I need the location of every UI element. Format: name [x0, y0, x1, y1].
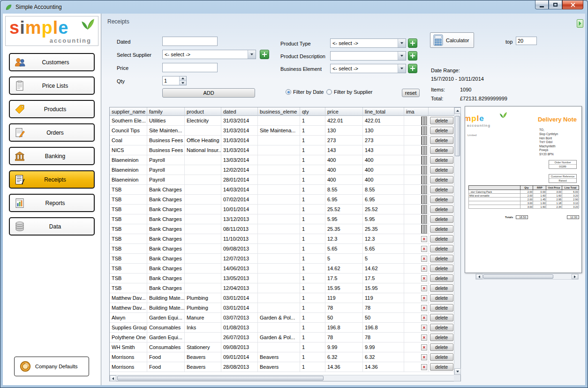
delete-button[interactable]: delete [430, 284, 453, 292]
table-row[interactable]: Matthew Dav...Building Mate...Plumbing03… [110, 293, 454, 303]
delete-button[interactable]: delete [430, 196, 453, 203]
qty-input[interactable] [163, 76, 179, 85]
sidebar-item-price-lists[interactable]: Price Lists [9, 76, 95, 95]
column-header-product[interactable]: product [185, 107, 221, 116]
table-row[interactable]: TSBBank Charges14/03/201418.558.55delete [110, 185, 454, 195]
minimize-button[interactable] [535, 0, 549, 9]
missing-image-icon[interactable]: × [421, 236, 427, 242]
table-horizontal-scrollbar[interactable] [110, 375, 460, 381]
table-row[interactable]: TSBBank Charges10/01/2014125.5225.52dele… [110, 205, 454, 214]
table-row[interactable]: Southern Ele...UtilitiesElectricity31/03… [110, 116, 454, 126]
delete-button[interactable]: delete [430, 186, 453, 193]
table-row[interactable]: TSBBank Charges14/06/2013114.6214.62×del… [110, 264, 454, 274]
receipt-thumbnail-icon[interactable] [421, 215, 427, 224]
sidebar-item-banking[interactable]: Banking [9, 147, 95, 165]
missing-image-icon[interactable]: × [421, 295, 427, 301]
table-row[interactable]: AlwynGarden Equi...Manure03/07/2013Garde… [110, 313, 454, 323]
dated-input[interactable] [162, 37, 218, 46]
table-row[interactable]: MorrisonsFoodBeavers28/08/2013Beavers114… [110, 362, 454, 372]
preview-scroll-thumb[interactable] [483, 274, 553, 279]
table-row[interactable]: BlaeneinionPayroll13/03/20141400400delet… [110, 155, 454, 165]
sidebar-item-data[interactable]: Data [9, 217, 95, 236]
missing-image-icon[interactable]: × [421, 335, 427, 341]
delete-button[interactable]: delete [430, 274, 453, 282]
missing-image-icon[interactable]: × [421, 246, 427, 252]
delete-button[interactable]: delete [430, 225, 453, 233]
delete-button[interactable]: delete [430, 255, 453, 262]
missing-image-icon[interactable]: × [421, 364, 427, 370]
table-row[interactable]: TSBBank Charges12/07/2013155×delete [110, 254, 454, 264]
receipt-thumbnail-icon[interactable] [421, 156, 427, 165]
sidebar-item-customers[interactable]: Customers [9, 53, 95, 71]
table-vertical-scrollbar[interactable] [454, 107, 460, 375]
table-row[interactable]: TSBBank Charges07/02/201416.956.95delete [110, 195, 454, 205]
table-row[interactable]: TSBBank Charges08/11/2013125.3525.35dele… [110, 224, 454, 234]
receipt-thumbnail-icon[interactable] [421, 146, 427, 155]
missing-image-icon[interactable]: × [421, 325, 427, 331]
scroll-left-button[interactable] [110, 375, 116, 381]
column-header-price[interactable]: price [325, 107, 363, 116]
delete-button[interactable]: delete [430, 205, 453, 213]
add-product-description-button[interactable] [408, 51, 417, 61]
delete-button[interactable]: delete [430, 353, 453, 361]
receipt-thumbnail-icon[interactable] [421, 126, 427, 135]
table-row[interactable]: TSBBank Charges13/12/201315.955.95delete [110, 214, 454, 224]
delete-button[interactable]: delete [430, 324, 453, 331]
table-row[interactable]: Polythene OneGarden Equi...26/07/2013Gar… [110, 333, 454, 342]
delete-button[interactable]: delete [430, 343, 453, 351]
table-row[interactable]: MorrisonsFoodBeavers09/01/2014Beavers16.… [110, 352, 454, 362]
sidebar-item-orders[interactable]: Orders [9, 123, 95, 142]
supplier-select[interactable]: <- select -> [162, 50, 256, 59]
vertical-scroll-thumb[interactable] [455, 116, 460, 156]
receipt-thumbnail-icon[interactable] [421, 195, 427, 204]
column-header-business_eleme[interactable]: business_eleme [258, 107, 300, 116]
horizontal-scroll-thumb[interactable] [117, 376, 324, 380]
receipt-thumbnail-icon[interactable] [421, 175, 427, 184]
delete-button[interactable]: delete [430, 176, 453, 183]
missing-image-icon[interactable]: × [421, 266, 427, 272]
delete-button[interactable]: delete [430, 314, 453, 321]
table-row[interactable]: TSBBank Charges12/04/2013115.9515.95×del… [110, 283, 454, 293]
qty-stepper[interactable] [162, 76, 187, 85]
table-row[interactable]: WH SmithConsumablesStationery09/08/20131… [110, 342, 454, 352]
receipt-thumbnail-icon[interactable] [421, 136, 427, 145]
missing-image-icon[interactable]: × [421, 354, 427, 360]
qty-increment-button[interactable] [180, 76, 186, 81]
missing-image-icon[interactable]: × [421, 256, 427, 262]
add-button[interactable]: ADD [162, 88, 255, 98]
company-defaults-button[interactable]: Company Defaults [14, 357, 89, 376]
scroll-left-button[interactable] [476, 274, 482, 279]
missing-image-icon[interactable]: × [421, 344, 427, 350]
calculator-button[interactable]: Calculator [430, 32, 474, 48]
column-header-supplier_name[interactable]: supplier_name [110, 107, 147, 116]
sidebar-item-receipts[interactable]: Receipts [9, 170, 95, 189]
add-business-element-button[interactable] [408, 64, 417, 73]
missing-image-icon[interactable]: × [421, 305, 427, 311]
table-row[interactable]: Supplies GroupConsumablesInks01/08/20131… [110, 323, 454, 333]
table-row[interactable]: Council TipsSite Mainten...31/03/2014Sit… [110, 126, 454, 136]
delete-button[interactable]: delete [430, 363, 453, 371]
sidebar-item-products[interactable]: Products [9, 100, 95, 118]
delete-button[interactable]: delete [430, 215, 453, 223]
delete-button[interactable]: delete [430, 156, 453, 164]
missing-image-icon[interactable]: × [421, 275, 427, 281]
scroll-right-button[interactable] [572, 274, 578, 279]
receipt-thumbnail-icon[interactable] [421, 166, 427, 175]
column-header-family[interactable]: family [147, 107, 185, 116]
preview-horizontal-scrollbar[interactable] [475, 274, 579, 280]
delete-button[interactable]: delete [430, 117, 453, 124]
delete-button[interactable]: delete [430, 265, 453, 272]
column-header-ima[interactable]: ima [404, 107, 429, 116]
scroll-up-button[interactable] [454, 107, 461, 114]
delete-button[interactable]: delete [430, 304, 453, 312]
column-header-line_total[interactable]: line_total [363, 107, 404, 116]
reset-button[interactable]: reset [402, 89, 420, 97]
delete-button[interactable]: delete [430, 294, 453, 302]
delete-button[interactable]: delete [430, 166, 453, 174]
product-type-select[interactable]: <- select -> [330, 38, 406, 48]
scroll-down-button[interactable] [454, 368, 461, 375]
add-supplier-button[interactable] [260, 50, 269, 59]
filter-by-supplier-radio[interactable]: Filter by Supplier [326, 89, 373, 95]
table-row[interactable]: Matthew Dav...Building Mate...Plumbing03… [110, 303, 454, 313]
delete-button[interactable]: delete [430, 245, 453, 252]
